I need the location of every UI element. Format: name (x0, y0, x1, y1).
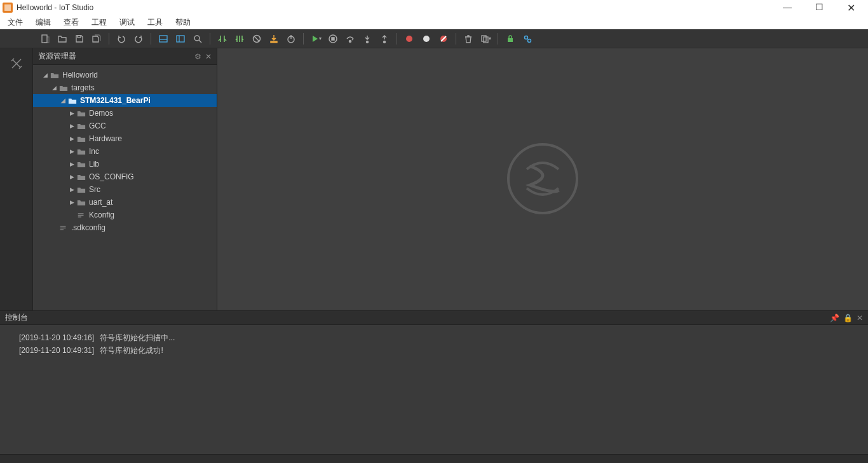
stop-build-icon[interactable] (249, 31, 264, 46)
chevron-down-icon[interactable]: ◢ (60, 97, 66, 104)
open-folder-icon[interactable] (55, 31, 70, 46)
tree-root[interactable]: ◢ Helloworld (33, 69, 217, 81)
step-into-icon[interactable] (360, 31, 375, 46)
toggle-panel-icon[interactable] (156, 31, 171, 46)
maximize-button[interactable]: ☐ (810, 2, 829, 14)
chevron-right-icon[interactable]: ▶ (69, 186, 75, 193)
folder-icon (76, 123, 86, 130)
menu-project[interactable]: 工程 (86, 16, 112, 29)
horizontal-scrollbar[interactable] (0, 454, 868, 463)
console-body[interactable]: [2019-11-20 10:49:16] 符号库初始化扫描中... [2019… (0, 325, 868, 454)
log-message: 符号库初始化成功! (100, 346, 163, 355)
rebuild-icon[interactable] (232, 31, 247, 46)
titlebar: Helloworld - IoT Studio — ☐ ✕ (0, 0, 868, 15)
lock-icon[interactable]: 🔒 (843, 314, 853, 322)
console-panel: 控制台 📌 🔒 ✕ [2019-11-20 10:49:16] 符号库初始化扫描… (0, 310, 868, 463)
close-panel-icon[interactable]: ✕ (205, 52, 212, 61)
record-icon[interactable] (402, 31, 417, 46)
svg-point-14 (349, 40, 351, 42)
log-timestamp: [2019-11-20 10:49:16] (19, 333, 94, 342)
folder-icon (76, 148, 86, 155)
save-all-icon[interactable] (89, 31, 104, 46)
svg-point-25 (528, 39, 531, 42)
step-out-icon[interactable] (377, 31, 392, 46)
svg-point-16 (384, 41, 386, 43)
close-button[interactable]: ✕ (841, 2, 860, 14)
lock-icon[interactable] (503, 31, 518, 46)
folder-icon (76, 135, 86, 142)
save-icon[interactable] (72, 31, 87, 46)
redo-icon[interactable] (131, 31, 146, 46)
tree-label: Helloworld (62, 71, 98, 79)
chevron-right-icon[interactable]: ▶ (69, 148, 75, 155)
svg-rect-1 (78, 36, 81, 38)
tree-osconfig[interactable]: ▶ OS_CONFIG (33, 170, 217, 183)
tree-label: Hardware (89, 134, 122, 143)
chevron-right-icon[interactable]: ▶ (69, 135, 75, 142)
chevron-right-icon[interactable]: ▶ (69, 161, 75, 167)
tree-kconfig[interactable]: Kconfig (33, 209, 217, 221)
chevron-down-icon[interactable]: ◢ (51, 85, 57, 91)
menu-debug[interactable]: 调试 (114, 16, 140, 29)
step-over-icon[interactable] (342, 31, 358, 46)
log-line: [2019-11-20 10:49:16] 符号库初始化扫描中... (19, 331, 849, 344)
separator (151, 33, 151, 45)
build-icon[interactable] (215, 31, 230, 46)
download-icon[interactable] (266, 31, 281, 46)
separator (397, 33, 397, 45)
explorer-header: 资源管理器 ⚙ ✕ (33, 48, 217, 65)
pin-icon[interactable]: 📌 (830, 314, 839, 322)
trash-icon[interactable] (461, 31, 476, 46)
explorer-title: 资源管理器 (38, 51, 76, 62)
log-message: 符号库初始化扫描中... (100, 333, 175, 342)
app-logo-icon (505, 141, 581, 219)
chevron-right-icon[interactable]: ▶ (69, 110, 75, 116)
stop-icon[interactable] (325, 31, 341, 46)
menu-tools[interactable]: 工具 (142, 16, 168, 29)
menu-help[interactable]: 帮助 (170, 16, 196, 29)
svg-rect-13 (332, 38, 334, 40)
run-icon[interactable]: ▾ (308, 31, 323, 46)
workspace: ▾ ▾ 资源管理器 ⚙ ✕ (0, 29, 868, 463)
svg-line-9 (254, 36, 259, 41)
tree-hardware[interactable]: ▶ Hardware (33, 132, 217, 145)
minimize-button[interactable]: — (778, 2, 797, 14)
separator (498, 33, 498, 45)
menu-view[interactable]: 查看 (58, 16, 84, 29)
tree-inc[interactable]: ▶ Inc (33, 145, 217, 158)
design-tools-icon[interactable] (5, 52, 28, 75)
menu-edit[interactable]: 编辑 (31, 16, 56, 29)
body-split: 资源管理器 ⚙ ✕ ◢ Helloworld ◢ targets (0, 48, 868, 310)
chevron-right-icon[interactable]: ▶ (69, 123, 75, 129)
close-panel-icon[interactable]: ✕ (857, 314, 863, 322)
folder-icon (76, 174, 86, 181)
chevron-right-icon[interactable]: ▶ (69, 174, 75, 180)
toggle-sidebar-icon[interactable] (173, 31, 188, 46)
gear-icon[interactable]: ⚙ (194, 52, 201, 61)
tree-demos[interactable]: ▶ Demos (33, 107, 217, 120)
folder-icon (76, 161, 86, 168)
remove-breakpoints-icon[interactable] (436, 31, 451, 46)
svg-point-24 (525, 36, 528, 39)
tree-lib[interactable]: ▶ Lib (33, 158, 217, 170)
tree-sdkconfig[interactable]: .sdkconfig (33, 221, 217, 234)
search-icon[interactable] (190, 31, 205, 46)
power-icon[interactable] (283, 31, 299, 46)
tree-stm32-selected[interactable]: ◢ STM32L431_BearPi (33, 94, 217, 107)
tree-label: GCC (89, 121, 106, 130)
copy-icon[interactable]: ▾ (478, 31, 493, 46)
chevron-right-icon[interactable]: ▶ (69, 199, 75, 205)
settings-icon[interactable] (520, 31, 535, 46)
tree-gcc[interactable]: ▶ GCC (33, 120, 217, 132)
tree-targets[interactable]: ◢ targets (33, 81, 217, 94)
tree-src[interactable]: ▶ Src (33, 183, 217, 196)
svg-line-7 (199, 40, 201, 43)
undo-icon[interactable] (114, 31, 129, 46)
new-file-icon[interactable] (37, 31, 53, 46)
breakpoint-icon[interactable] (419, 31, 434, 46)
tree-uart[interactable]: ▶ uart_at (33, 196, 217, 209)
file-tree[interactable]: ◢ Helloworld ◢ targets ◢ STM32L431_BearP… (33, 65, 217, 310)
separator (210, 33, 210, 45)
chevron-down-icon[interactable]: ◢ (42, 72, 48, 78)
menu-file[interactable]: 文件 (3, 16, 28, 29)
